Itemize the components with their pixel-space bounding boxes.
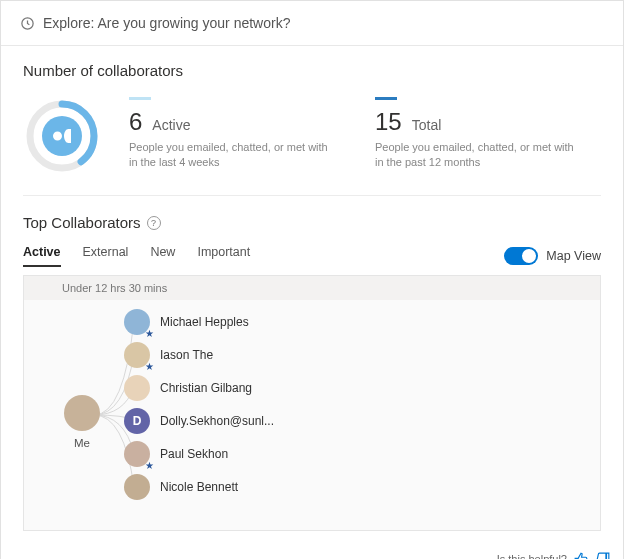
tab-important[interactable]: Important xyxy=(197,245,250,267)
collaborator-tabs: Active External New Important xyxy=(23,245,250,267)
collaborator-node[interactable]: Christian Gilbang xyxy=(124,371,274,404)
tab-new[interactable]: New xyxy=(150,245,175,267)
thumbs-down-icon[interactable] xyxy=(595,551,611,559)
top-collaborators-section: Top Collaborators ? xyxy=(1,196,623,231)
active-metric: 6 Active People you emailed, chatted, or… xyxy=(129,97,355,170)
feedback-footer: Is this helpful? xyxy=(1,547,623,559)
total-count: 15 xyxy=(375,108,402,136)
map-view-control: Map View xyxy=(504,247,601,265)
helpful-label: Is this helpful? xyxy=(497,553,567,559)
collaborator-node[interactable]: Iason The xyxy=(124,338,274,371)
total-metric: 15 Total People you emailed, chatted, or… xyxy=(375,97,601,170)
avatar xyxy=(124,342,150,368)
active-count: 6 xyxy=(129,108,142,136)
collaborator-list: Michael HepplesIason TheChristian Gilban… xyxy=(124,305,274,503)
active-description: People you emailed, chatted, or met with… xyxy=(129,140,339,170)
collaborator-name: Paul Sekhon xyxy=(160,447,228,461)
collaborator-name: Iason The xyxy=(160,348,213,362)
avatar xyxy=(124,441,150,467)
total-description: People you emailed, chatted, or met with… xyxy=(375,140,585,170)
card-header: Explore: Are you growing your network? xyxy=(1,1,623,46)
tab-external[interactable]: External xyxy=(83,245,129,267)
top-collaborators-title: Top Collaborators xyxy=(23,214,141,231)
collaborator-node[interactable]: DDolly.Sekhon@sunl... xyxy=(124,404,274,437)
collaborator-name: Dolly.Sekhon@sunl... xyxy=(160,414,274,428)
collaborator-name: Christian Gilbang xyxy=(160,381,252,395)
collaborator-node[interactable]: Michael Hepples xyxy=(124,305,274,338)
collaborators-section-title: Number of collaborators xyxy=(23,62,601,79)
tabs-row: Active External New Important Map View xyxy=(1,245,623,267)
card-title: Explore: Are you growing your network? xyxy=(43,15,290,31)
me-node[interactable]: Me xyxy=(64,395,100,449)
explore-card: Explore: Are you growing your network? N… xyxy=(0,0,624,559)
help-icon[interactable]: ? xyxy=(147,216,161,230)
map-view-toggle[interactable] xyxy=(504,247,538,265)
collaborator-name: Nicole Bennett xyxy=(160,480,238,494)
collaborator-graph: Under 12 hrs 30 mins Me Michael HepplesI… xyxy=(23,275,601,531)
active-label: Active xyxy=(152,117,190,133)
collaborator-node[interactable]: Paul Sekhon xyxy=(124,437,274,470)
me-avatar xyxy=(64,395,100,431)
map-view-label: Map View xyxy=(546,249,601,263)
active-indicator-bar xyxy=(129,97,151,100)
collaborators-section: Number of collaborators 6 Active People … xyxy=(1,46,623,196)
thumbs-up-icon[interactable] xyxy=(573,551,589,559)
me-label: Me xyxy=(64,437,100,449)
collaborator-name: Michael Hepples xyxy=(160,315,249,329)
tab-active[interactable]: Active xyxy=(23,245,61,267)
graph-body: Me Michael HepplesIason TheChristian Gil… xyxy=(24,300,600,530)
avatar xyxy=(124,375,150,401)
avatar xyxy=(124,309,150,335)
total-indicator-bar xyxy=(375,97,397,100)
avatar xyxy=(124,474,150,500)
avatar: D xyxy=(124,408,150,434)
collaborator-node[interactable]: Nicole Bennett xyxy=(124,470,274,503)
graph-time-header: Under 12 hrs 30 mins xyxy=(24,276,600,300)
collaborators-donut xyxy=(23,97,101,175)
metrics-row: 6 Active People you emailed, chatted, or… xyxy=(23,97,601,196)
history-icon xyxy=(19,15,35,31)
total-label: Total xyxy=(412,117,442,133)
person-silhouette-icon xyxy=(42,116,82,156)
